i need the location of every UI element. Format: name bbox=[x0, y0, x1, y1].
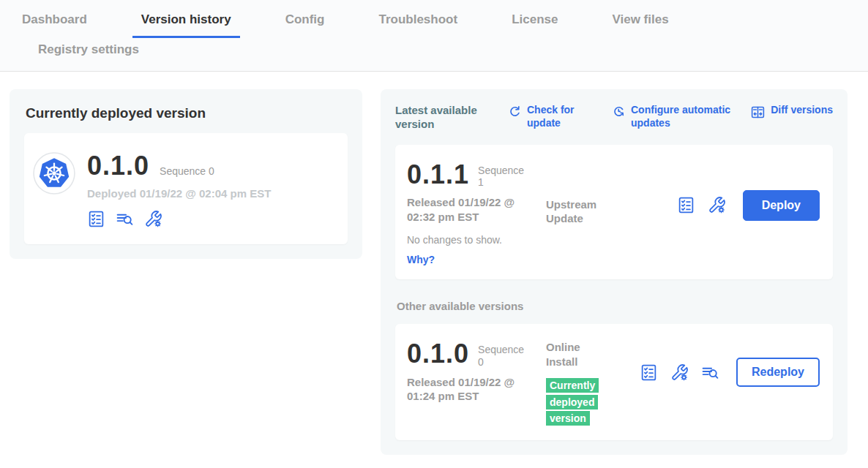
currently-deployed-title: Currently deployed version bbox=[26, 105, 348, 121]
latest-available-title: Latest available version bbox=[395, 104, 505, 132]
latest-sequence-label: Sequence 1 bbox=[478, 165, 526, 189]
config-values-icon[interactable] bbox=[708, 196, 726, 214]
config-values-icon[interactable] bbox=[670, 363, 689, 382]
nav-row-secondary: Registry settings bbox=[0, 38, 868, 71]
currently-deployed-badge: Currently deployed version bbox=[546, 378, 599, 426]
latest-released-timestamp: Released 01/19/22 @ 02:32 pm EST bbox=[407, 195, 528, 224]
tab-registry-settings[interactable]: Registry settings bbox=[29, 38, 148, 71]
preflight-checks-icon[interactable] bbox=[640, 363, 658, 382]
deployed-timestamp: Deployed 01/19/22 @ 02:04 pm EST bbox=[87, 187, 271, 200]
config-values-icon[interactable] bbox=[144, 210, 162, 228]
other-available-versions-title: Other available versions bbox=[397, 300, 833, 312]
deployed-version-number: 0.1.0 bbox=[87, 152, 149, 180]
redeploy-button[interactable]: Redeploy bbox=[736, 358, 820, 387]
tab-config[interactable]: Config bbox=[277, 0, 334, 38]
currently-deployed-panel: Currently deployed version bbox=[10, 89, 362, 259]
check-for-update-label: Check for update bbox=[527, 104, 583, 129]
latest-version-card: 0.1.1 Sequence 1 Released 01/19/22 @ 02:… bbox=[395, 145, 833, 280]
tab-view-files[interactable]: View files bbox=[603, 0, 677, 38]
other-version-card: 0.1.0 Sequence 0 Released 01/19/22 @ 01:… bbox=[395, 324, 833, 440]
refresh-icon bbox=[508, 105, 522, 118]
other-released-timestamp: Released 01/19/22 @ 01:24 pm EST bbox=[407, 375, 528, 404]
deploy-button[interactable]: Deploy bbox=[743, 190, 820, 221]
diff-versions-label: Diff versions bbox=[771, 104, 833, 117]
deployed-version-card: 0.1.0 Sequence 0 Deployed 01/19/22 @ 02:… bbox=[24, 133, 348, 244]
available-versions-panel: Latest available version Check for updat… bbox=[381, 89, 848, 455]
kubernetes-logo-icon bbox=[33, 152, 75, 228]
nav-row-primary: Dashboard Version history Config Trouble… bbox=[0, 0, 868, 38]
tab-dashboard[interactable]: Dashboard bbox=[13, 0, 96, 38]
deploy-logs-icon[interactable] bbox=[116, 210, 134, 228]
main-content: Currently deployed version bbox=[0, 72, 868, 455]
tab-version-history[interactable]: Version history bbox=[132, 0, 240, 38]
schedule-update-icon bbox=[612, 105, 626, 118]
configure-automatic-updates-link[interactable]: Configure automatic updates bbox=[612, 104, 744, 129]
why-link[interactable]: Why? bbox=[407, 254, 435, 265]
tab-license[interactable]: License bbox=[503, 0, 566, 38]
latest-source-label: Upstream Update bbox=[546, 197, 613, 226]
deployed-version-details: 0.1.0 Sequence 0 Deployed 01/19/22 @ 02:… bbox=[87, 152, 271, 228]
tab-troubleshoot[interactable]: Troubleshoot bbox=[370, 0, 466, 38]
preflight-checks-icon[interactable] bbox=[677, 196, 695, 214]
diff-icon bbox=[750, 105, 766, 120]
deployed-sequence-label: Sequence 0 bbox=[160, 165, 214, 177]
configure-automatic-updates-label: Configure automatic updates bbox=[631, 104, 744, 129]
no-changes-note: No changes to show. bbox=[407, 234, 546, 246]
diff-versions-link[interactable]: Diff versions bbox=[750, 104, 833, 120]
other-source-label: Online Install bbox=[546, 340, 613, 369]
other-sequence-label: Sequence 0 bbox=[478, 344, 526, 369]
other-version-number: 0.1.0 bbox=[407, 340, 469, 368]
preflight-checks-icon[interactable] bbox=[87, 210, 105, 228]
check-for-update-link[interactable]: Check for update bbox=[508, 104, 583, 129]
app-navbar: Dashboard Version history Config Trouble… bbox=[0, 0, 868, 72]
deploy-logs-icon[interactable] bbox=[701, 363, 719, 382]
latest-version-number: 0.1.1 bbox=[407, 161, 469, 189]
